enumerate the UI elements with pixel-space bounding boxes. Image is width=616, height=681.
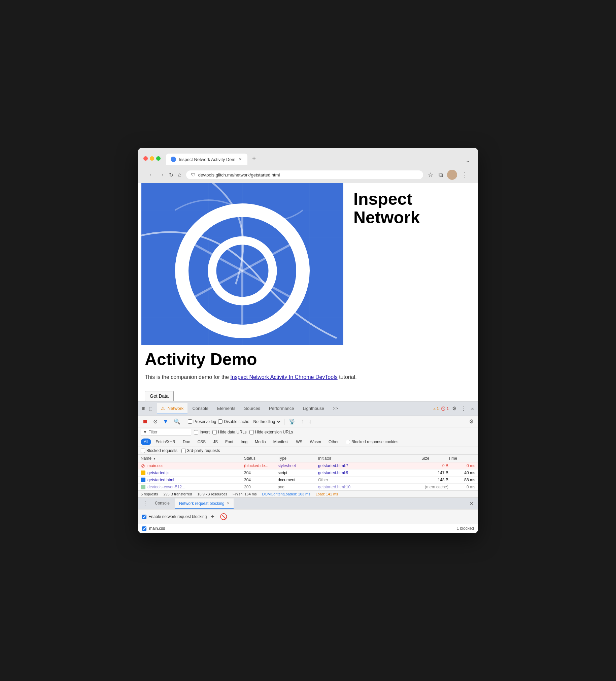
type-btn-font[interactable]: Font bbox=[222, 438, 236, 445]
type-btn-ws[interactable]: WS bbox=[293, 438, 305, 445]
filter-button[interactable]: ▼ bbox=[161, 418, 170, 426]
new-tab-button[interactable]: + bbox=[249, 152, 260, 165]
tab-console[interactable]: Console bbox=[188, 403, 212, 414]
get-data-button[interactable]: Get Data bbox=[145, 391, 174, 401]
record-stop-button[interactable]: ⏹ bbox=[141, 418, 150, 426]
type-btn-other[interactable]: Other bbox=[325, 438, 342, 445]
blocked-requests-group[interactable]: Blocked requests bbox=[141, 448, 178, 453]
warning-badge: ⚠ 1 bbox=[433, 406, 438, 411]
add-pattern-button[interactable]: + bbox=[209, 512, 216, 521]
devtools-dock-icon[interactable]: ⊞ bbox=[141, 404, 146, 413]
table-row[interactable]: ⊘ main.css (blocked:de... stylesheet get… bbox=[138, 462, 478, 470]
type-btn-wasm[interactable]: Wasm bbox=[307, 438, 324, 445]
active-tab[interactable]: Inspect Network Activity Dem × bbox=[166, 154, 247, 165]
description-link[interactable]: Inspect Network Activity In Chrome DevTo… bbox=[230, 374, 337, 380]
browser-titlebar: Inspect Network Activity Dem × + ⌄ ← → ↻… bbox=[138, 148, 478, 183]
tab-network-blocking[interactable]: Network request blocking × bbox=[175, 499, 234, 509]
filter-input[interactable] bbox=[149, 430, 189, 434]
maximize-window-button[interactable] bbox=[156, 156, 161, 161]
hide-data-urls-checkbox[interactable] bbox=[212, 430, 217, 434]
invert-group[interactable]: Invert bbox=[194, 430, 210, 434]
invert-checkbox[interactable] bbox=[194, 430, 198, 434]
enable-blocking-group[interactable]: Enable network request blocking bbox=[142, 514, 207, 519]
devtools-more-button[interactable]: ⋮ bbox=[460, 404, 467, 413]
table-row[interactable]: getstarted.html 304 document Other 148 B… bbox=[138, 477, 478, 484]
throttle-select[interactable]: No throttling bbox=[251, 418, 282, 425]
invert-label: Invert bbox=[199, 430, 210, 434]
blocked-response-cookies-group[interactable]: Blocked response cookies bbox=[346, 439, 398, 444]
download-button[interactable]: ↓ bbox=[307, 418, 313, 426]
disable-cache-group[interactable]: Disable cache bbox=[218, 419, 249, 424]
tab-sources[interactable]: Sources bbox=[240, 403, 264, 414]
row-size: 148 B bbox=[422, 478, 448, 482]
third-party-group[interactable]: 3rd-party requests bbox=[182, 448, 220, 453]
network-filter-bar: ▼ Invert Hide data URLs Hide extension U… bbox=[138, 427, 478, 437]
type-btn-manifest[interactable]: Manifest bbox=[270, 438, 292, 445]
hide-extension-urls-group[interactable]: Hide extension URLs bbox=[249, 430, 293, 434]
list-item[interactable]: main.css 1 blocked bbox=[138, 524, 478, 533]
minimize-window-button[interactable] bbox=[150, 156, 154, 161]
row-type: document bbox=[278, 478, 318, 482]
reload-button[interactable]: ↻ bbox=[168, 170, 175, 179]
bottom-menu-button[interactable]: ⋮ bbox=[141, 498, 150, 509]
home-button[interactable]: ⌂ bbox=[177, 170, 183, 179]
blocked-response-cookies-checkbox[interactable] bbox=[346, 440, 350, 444]
toolbar-separator-2 bbox=[284, 419, 285, 425]
status-transferred: 295 B transferred bbox=[163, 492, 192, 496]
disable-cache-checkbox[interactable] bbox=[218, 419, 222, 424]
back-button[interactable]: ← bbox=[148, 170, 156, 179]
hide-extension-urls-checkbox[interactable] bbox=[249, 430, 254, 434]
row-initiator[interactable]: getstarted.html:7 bbox=[318, 463, 422, 468]
filter-input-wrapper[interactable]: ▼ bbox=[141, 429, 191, 435]
tab-network[interactable]: ⚠ Network bbox=[157, 403, 187, 414]
blocking-tab-close-button[interactable]: × bbox=[227, 501, 230, 506]
blocking-item-checkbox[interactable] bbox=[142, 526, 146, 531]
url-bar[interactable]: 🛡 devtools.glitch.me/network/getstarted.… bbox=[186, 170, 423, 179]
enable-blocking-checkbox[interactable] bbox=[142, 514, 146, 519]
tab-elements[interactable]: Elements bbox=[213, 403, 239, 414]
row-initiator[interactable]: getstarted.html:10 bbox=[318, 485, 422, 489]
page-description: This is the companion demo for the Inspe… bbox=[138, 369, 478, 386]
tab-close-button[interactable]: × bbox=[238, 156, 242, 162]
menu-button[interactable]: ⋮ bbox=[460, 170, 468, 180]
devtools-close-button[interactable]: × bbox=[470, 404, 475, 413]
table-row[interactable]: getstarted.js 304 script getstarted.html… bbox=[138, 470, 478, 477]
status-dom-content: DOMContentLoaded: 103 ms bbox=[262, 492, 310, 496]
preserve-log-group[interactable]: Preserve log bbox=[188, 419, 216, 424]
row-type: stylesheet bbox=[278, 463, 318, 468]
forward-button[interactable]: → bbox=[158, 170, 166, 179]
preserve-log-checkbox[interactable] bbox=[188, 419, 192, 424]
network-settings-button[interactable]: ⚙ bbox=[467, 417, 475, 426]
tab-dropdown-button[interactable]: ⌄ bbox=[463, 156, 473, 165]
devtools-inspect-icon[interactable]: ⬚ bbox=[148, 404, 154, 413]
profile-avatar[interactable] bbox=[447, 170, 457, 180]
wifi-icon-button[interactable]: 📡 bbox=[287, 417, 297, 426]
bookmark-button[interactable]: ☆ bbox=[427, 170, 434, 180]
type-btn-fetch-xhr[interactable]: Fetch/XHR bbox=[153, 438, 179, 445]
extension-button[interactable]: ⧉ bbox=[437, 170, 444, 180]
row-initiator[interactable]: getstarted.html:9 bbox=[318, 471, 422, 475]
tab-lighthouse[interactable]: Lighthouse bbox=[299, 403, 328, 414]
type-btn-js[interactable]: JS bbox=[210, 438, 221, 445]
type-btn-media[interactable]: Media bbox=[252, 438, 269, 445]
traffic-lights bbox=[143, 156, 161, 161]
devtools-settings-button[interactable]: ⚙ bbox=[451, 404, 458, 413]
hero-title-left: Activity Demo bbox=[138, 345, 478, 369]
table-row[interactable]: devtools-cover-512... 200 png getstarted… bbox=[138, 484, 478, 490]
type-btn-all[interactable]: All bbox=[141, 438, 151, 445]
tab-more[interactable]: >> bbox=[329, 403, 342, 414]
third-party-checkbox[interactable] bbox=[182, 449, 186, 453]
type-btn-doc[interactable]: Doc bbox=[180, 438, 193, 445]
hide-data-urls-group[interactable]: Hide data URLs bbox=[212, 430, 247, 434]
type-btn-img[interactable]: Img bbox=[238, 438, 250, 445]
tab-console-bottom[interactable]: Console bbox=[151, 499, 174, 508]
search-button[interactable]: 🔍 bbox=[172, 417, 182, 426]
close-window-button[interactable] bbox=[143, 156, 148, 161]
clear-button[interactable]: ⊘ bbox=[152, 417, 159, 426]
clear-patterns-button[interactable]: 🚫 bbox=[218, 512, 229, 521]
tab-performance[interactable]: Performance bbox=[265, 403, 298, 414]
bottom-panel-close-button[interactable]: × bbox=[467, 498, 475, 509]
upload-button[interactable]: ↑ bbox=[299, 418, 305, 426]
blocked-requests-checkbox[interactable] bbox=[141, 449, 145, 453]
type-btn-css[interactable]: CSS bbox=[194, 438, 209, 445]
